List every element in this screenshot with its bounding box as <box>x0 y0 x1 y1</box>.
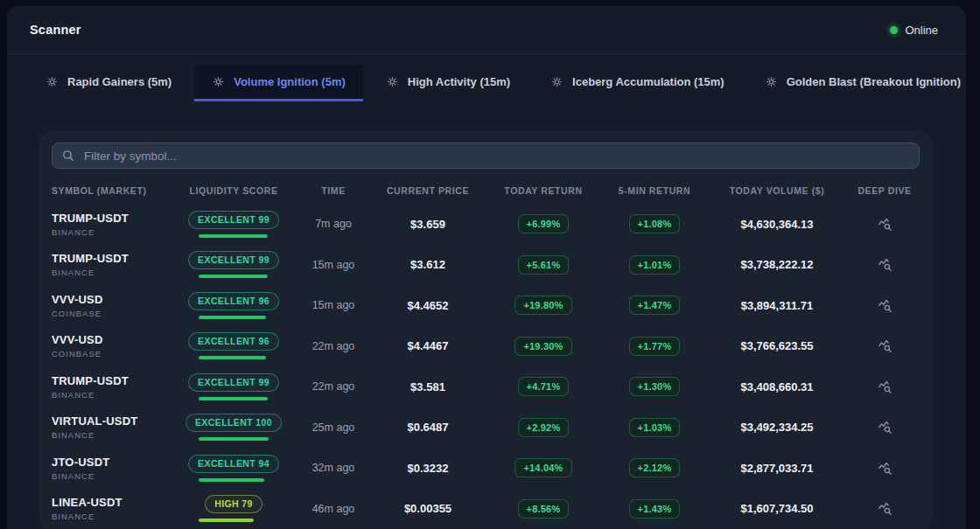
search-input[interactable] <box>52 143 920 169</box>
search-icon <box>61 149 75 163</box>
column-header: TIME <box>293 185 374 196</box>
tab-label: High Activity (15m) <box>408 75 510 88</box>
gear-icon <box>46 75 59 88</box>
table-row: VVV-USD COINBASE EXCELLENT 96 15m ago $4… <box>52 285 920 326</box>
titlebar: Scanner Online <box>7 6 966 54</box>
liquidity-score-fill <box>199 397 268 400</box>
column-header: TODAY RETURN <box>482 185 605 196</box>
today-return-badge: +6.99% <box>518 214 570 233</box>
five-min-return-badge: +1.43% <box>629 499 681 519</box>
tab-rapid-gainers-5m[interactable]: Rapid Gainers (5m) <box>28 65 189 101</box>
symbol-label: LINEA-USDT <box>52 496 174 509</box>
liquidity-score-bar <box>199 397 269 400</box>
liquidity-score-bar <box>199 234 269 238</box>
scanner-window: Scanner Online Rapid Gainers (5m)Volume … <box>7 6 966 529</box>
market-label: COINBASE <box>52 349 174 358</box>
column-header: DEEP DIVE <box>850 185 920 196</box>
gear-icon <box>386 75 399 88</box>
liquidity-score-badge: EXCELLENT 96 <box>188 332 279 351</box>
today-return-badge: +14.04% <box>514 458 571 477</box>
liquidity-cell: EXCELLENT 99 <box>174 373 293 400</box>
deep-dive-button[interactable] <box>872 496 898 522</box>
market-label: BINANCE <box>52 430 174 440</box>
time-label: 15m ago <box>293 299 374 311</box>
tab-iceberg-accumulation-15m[interactable]: Iceberg Accumulation (15m) <box>533 65 742 101</box>
symbol-label: VIRTUAL-USDT <box>52 414 174 428</box>
tab-golden-blast-breakout-ignition[interactable]: Golden Blast (Breakout Ignition) <box>747 65 978 101</box>
table-header-row: SYMBOL (MARKET)LIQUIDITY SCORETIMECURREN… <box>52 177 920 204</box>
symbol-label: TRUMP-USDT <box>52 252 174 265</box>
gear-icon <box>212 75 225 88</box>
symbol-cell: VVV-USD COINBASE <box>52 333 174 358</box>
market-label: BINANCE <box>52 227 174 237</box>
deep-dive-button[interactable] <box>872 414 898 441</box>
tab-label: Golden Blast (Breakout Ignition) <box>787 75 961 88</box>
deep-dive-button[interactable] <box>872 455 898 481</box>
table-row: LINEA-USDT BINANCE HIGH 79 46m ago $0.00… <box>52 489 920 529</box>
tab-label: Volume Ignition (5m) <box>234 75 346 88</box>
time-label: 25m ago <box>293 421 374 434</box>
liquidity-score-bar <box>199 316 269 319</box>
gear-icon <box>765 75 778 88</box>
symbol-label: VVV-USD <box>52 293 174 306</box>
table-row: TRUMP-USDT BINANCE EXCELLENT 99 15m ago … <box>52 245 920 286</box>
column-header: SYMBOL (MARKET) <box>52 185 174 196</box>
column-header: TODAY VOLUME ($) <box>704 185 850 196</box>
time-label: 22m ago <box>293 380 374 393</box>
five-min-return-badge: +1.01% <box>629 255 681 275</box>
column-header: CURRENT PRICE <box>374 185 482 196</box>
table-row: TRUMP-USDT BINANCE EXCELLENT 99 22m ago … <box>52 366 920 407</box>
tab-volume-ignition-5m[interactable]: Volume Ignition (5m) <box>194 65 363 101</box>
symbol-label: TRUMP-USDT <box>52 212 174 225</box>
table-row: JTO-USDT BINANCE EXCELLENT 94 32m ago $0… <box>52 448 920 489</box>
market-label: BINANCE <box>52 390 174 400</box>
table-row: TRUMP-USDT BINANCE EXCELLENT 99 7m ago $… <box>52 204 920 245</box>
time-label: 15m ago <box>293 259 374 271</box>
deep-dive-button[interactable] <box>872 252 898 278</box>
liquidity-score-fill <box>199 519 254 522</box>
tab-high-activity-15m[interactable]: High Activity (15m) <box>368 65 528 101</box>
today-return-badge: +19.30% <box>514 337 571 356</box>
today-volume: $3,408,660.31 <box>704 380 850 393</box>
market-label: COINBASE <box>52 309 174 318</box>
chart-magnifier-icon <box>877 460 893 477</box>
deep-dive-button[interactable] <box>872 333 898 359</box>
table-row: VIRTUAL-USDT BINANCE EXCELLENT 100 25m a… <box>52 407 920 449</box>
current-price: $3.612 <box>374 258 482 271</box>
liquidity-cell: EXCELLENT 100 <box>174 414 293 441</box>
deep-dive-button[interactable] <box>872 211 898 237</box>
liquidity-score-fill <box>199 437 269 441</box>
symbol-label: JTO-USDT <box>52 456 174 469</box>
current-price: $4.4652 <box>374 299 482 312</box>
symbol-cell: VVV-USD COINBASE <box>52 293 174 318</box>
current-price: $0.6487 <box>374 421 482 434</box>
liquidity-score-fill <box>199 234 268 238</box>
chart-magnifier-icon <box>877 256 893 273</box>
liquidity-score-badge: EXCELLENT 96 <box>188 292 279 310</box>
liquidity-score-fill <box>199 356 266 359</box>
liquidity-score-fill <box>199 275 268 278</box>
five-min-return-badge: +1.77% <box>629 337 681 356</box>
time-label: 22m ago <box>293 340 374 352</box>
symbol-label: VVV-USD <box>52 333 174 346</box>
today-volume: $3,766,623.55 <box>704 339 850 352</box>
market-label: BINANCE <box>52 471 174 481</box>
chart-magnifier-icon <box>877 297 893 314</box>
symbol-cell: TRUMP-USDT BINANCE <box>52 374 174 400</box>
today-return-badge: +4.71% <box>518 377 570 396</box>
liquidity-score-badge: EXCELLENT 100 <box>186 414 282 432</box>
market-label: BINANCE <box>52 268 174 277</box>
liquidity-cell: HIGH 79 <box>174 495 293 522</box>
status-badge: Online <box>890 24 938 37</box>
filter-bar <box>52 143 920 169</box>
symbol-cell: TRUMP-USDT BINANCE <box>52 212 174 237</box>
deep-dive-button[interactable] <box>872 373 898 400</box>
deep-dive-button[interactable] <box>872 292 898 318</box>
chart-magnifier-icon <box>877 338 893 354</box>
liquidity-cell: EXCELLENT 96 <box>174 332 293 359</box>
today-return-badge: +8.56% <box>518 499 570 519</box>
liquidity-score-badge: EXCELLENT 94 <box>188 455 279 473</box>
today-volume: $2,877,033.71 <box>704 462 850 475</box>
online-dot-icon <box>890 26 898 34</box>
tab-label: Iceberg Accumulation (15m) <box>572 75 724 88</box>
